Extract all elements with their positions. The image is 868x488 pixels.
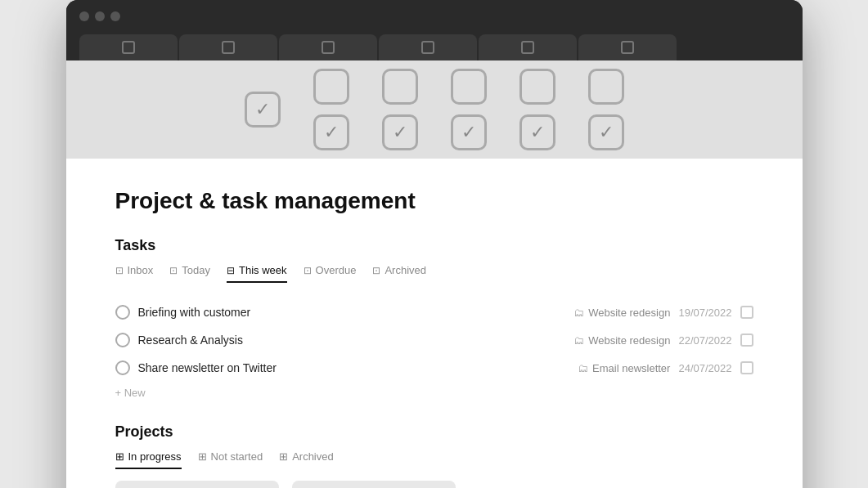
tab-today-label: Today [182, 264, 210, 276]
check-col-4: ✓ [451, 69, 487, 150]
task-checkbox-1[interactable] [740, 306, 753, 319]
project-cards [115, 481, 753, 488]
check-checked-4: ✓ [451, 114, 487, 150]
check-col-2: ✓ [313, 69, 349, 150]
tab-today[interactable]: ⊡ Today [169, 264, 210, 283]
project-tab-not-started-label: Not started [211, 450, 263, 463]
check-col-5: ✓ [519, 69, 555, 150]
browser-tab-2[interactable] [179, 34, 277, 60]
project-tab-archived[interactable]: ⊞ Archived [279, 450, 334, 469]
task-checkbox-2[interactable] [740, 334, 753, 347]
task-circle-3[interactable] [115, 360, 130, 375]
task-project-1: 🗂 Website redesign [573, 307, 670, 319]
tab-icon-3 [322, 41, 335, 54]
check-empty-4 [451, 69, 487, 105]
today-icon: ⊡ [169, 265, 178, 276]
task-left-1: Briefing with customer [115, 305, 251, 320]
archived-icon: ⊡ [372, 265, 380, 276]
task-date-2: 22/07/2022 [678, 334, 731, 347]
page-title: Project & task management [115, 188, 753, 214]
check-col-6: ✓ [588, 69, 624, 150]
check-checked-1: ✓ [245, 92, 281, 128]
browser-tab-3[interactable] [279, 34, 377, 60]
task-date-1: 19/07/2022 [678, 307, 731, 319]
browser-tab-4[interactable] [379, 34, 477, 60]
check-empty-6 [588, 69, 624, 105]
traffic-light-maximize[interactable] [110, 11, 120, 21]
task-right-1: 🗂 Website redesign 19/07/2022 [573, 306, 753, 319]
task-right-3: 🗂 Email newsletter 24/07/2022 [578, 361, 753, 374]
project-tab-in-progress[interactable]: ⊞ In progress [115, 450, 182, 469]
project-card-1[interactable] [115, 481, 279, 488]
traffic-light-close[interactable] [79, 11, 89, 21]
tab-archived[interactable]: ⊡ Archived [372, 264, 426, 283]
projects-section-title: Projects [115, 423, 753, 441]
folder-icon-1: 🗂 [573, 307, 584, 319]
project-card-2[interactable] [292, 481, 456, 488]
check-col-3: ✓ [382, 69, 418, 150]
tasks-section: Tasks ⊡ Inbox ⊡ Today ⊟ This week ⊡ Over… [115, 237, 753, 399]
tab-icon-6 [621, 41, 634, 54]
task-project-name-2: Website redesign [588, 334, 670, 347]
content-area: Project & task management Tasks ⊡ Inbox … [66, 159, 803, 488]
task-name-1: Briefing with customer [138, 306, 251, 319]
task-date-3: 24/07/2022 [678, 362, 731, 374]
project-tab-archived-icon: ⊞ [279, 450, 288, 463]
this-week-icon: ⊟ [227, 265, 235, 276]
check-empty-3 [382, 69, 418, 105]
project-tab-not-started-icon: ⊞ [198, 450, 207, 463]
projects-section: Projects ⊞ In progress ⊞ Not started ⊞ A… [115, 423, 753, 488]
check-checked-3: ✓ [382, 114, 418, 150]
task-list: Briefing with customer 🗂 Website redesig… [115, 298, 753, 382]
task-project-name-1: Website redesign [588, 307, 670, 319]
tasks-filter-tabs: ⊡ Inbox ⊡ Today ⊟ This week ⊡ Overdue ⊡ [115, 264, 753, 284]
tab-icon-2 [222, 41, 235, 54]
project-tab-not-started[interactable]: ⊞ Not started [198, 450, 263, 469]
tab-overdue[interactable]: ⊡ Overdue [304, 264, 357, 283]
tab-inbox[interactable]: ⊡ Inbox [115, 264, 154, 283]
task-checkbox-3[interactable] [740, 361, 753, 374]
task-left-2: Research & Analysis [115, 333, 243, 347]
overdue-icon: ⊡ [304, 265, 312, 276]
task-circle-2[interactable] [115, 333, 130, 347]
tab-icon-4 [421, 41, 434, 54]
checkerboard-area: ✓ ✓ ✓ ✓ ✓ ✓ [66, 60, 803, 159]
check-checked-6: ✓ [588, 114, 624, 150]
project-tab-in-progress-icon: ⊞ [115, 450, 124, 463]
check-checked-5: ✓ [519, 114, 555, 150]
browser-tab-1[interactable] [79, 34, 178, 60]
add-new-button[interactable]: + New [115, 387, 753, 399]
task-row: Research & Analysis 🗂 Website redesign 2… [115, 326, 753, 354]
task-circle-1[interactable] [115, 305, 130, 320]
browser-tab-5[interactable] [479, 34, 577, 60]
add-new-label: + New [115, 387, 146, 399]
inbox-icon: ⊡ [115, 265, 124, 276]
folder-icon-2: 🗂 [573, 334, 584, 347]
folder-icon-3: 🗂 [578, 362, 588, 374]
task-name-3: Share newsletter on Twitter [138, 361, 277, 374]
traffic-lights [79, 11, 789, 21]
tasks-section-title: Tasks [115, 237, 753, 254]
check-checked-2: ✓ [313, 114, 349, 150]
project-tab-in-progress-label: In progress [128, 450, 182, 463]
tab-icon-5 [521, 41, 534, 54]
task-project-2: 🗂 Website redesign [573, 334, 670, 347]
task-project-name-3: Email newsletter [592, 362, 670, 374]
tab-inbox-label: Inbox [128, 264, 154, 276]
browser-window: ✓ ✓ ✓ ✓ ✓ ✓ Project & task management Ta… [66, 0, 803, 488]
check-col-1: ✓ [245, 92, 281, 128]
traffic-light-minimize[interactable] [95, 11, 105, 21]
project-tab-archived-label: Archived [292, 450, 334, 463]
tab-archived-label: Archived [385, 264, 426, 276]
check-empty-2 [313, 69, 349, 105]
task-right-2: 🗂 Website redesign 22/07/2022 [573, 334, 753, 347]
tab-overdue-label: Overdue [316, 264, 357, 276]
tab-icon-1 [122, 41, 135, 54]
task-row: Share newsletter on Twitter 🗂 Email news… [115, 354, 753, 382]
task-row: Briefing with customer 🗂 Website redesig… [115, 298, 753, 326]
browser-tab-6[interactable] [578, 34, 677, 60]
task-name-2: Research & Analysis [138, 334, 243, 347]
tab-this-week[interactable]: ⊟ This week [227, 264, 287, 283]
project-filter-tabs: ⊞ In progress ⊞ Not started ⊞ Archived [115, 450, 753, 469]
tab-this-week-label: This week [239, 264, 287, 276]
